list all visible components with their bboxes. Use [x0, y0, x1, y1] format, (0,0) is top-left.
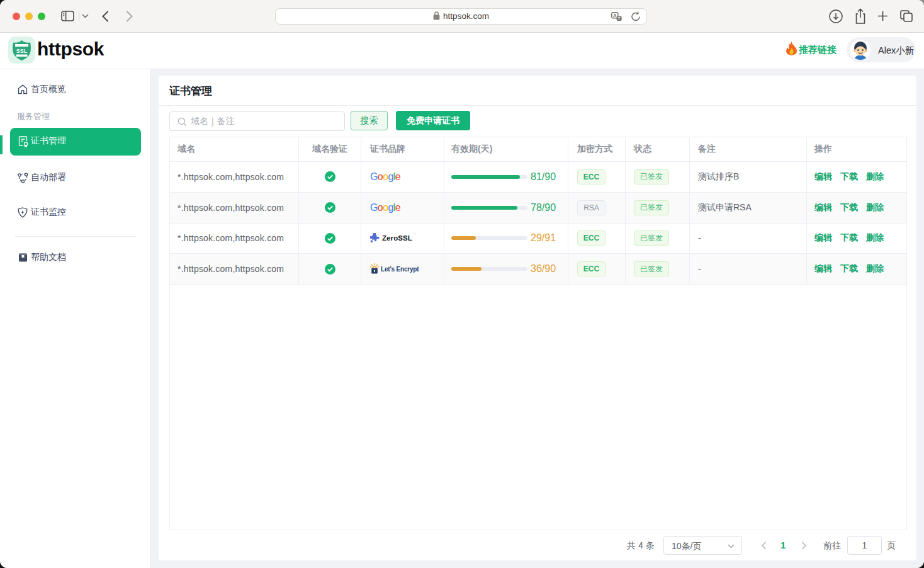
svg-text:文: 文 — [617, 16, 621, 20]
svg-text:A: A — [613, 13, 617, 18]
svg-text:SSL: SSL — [16, 48, 28, 54]
